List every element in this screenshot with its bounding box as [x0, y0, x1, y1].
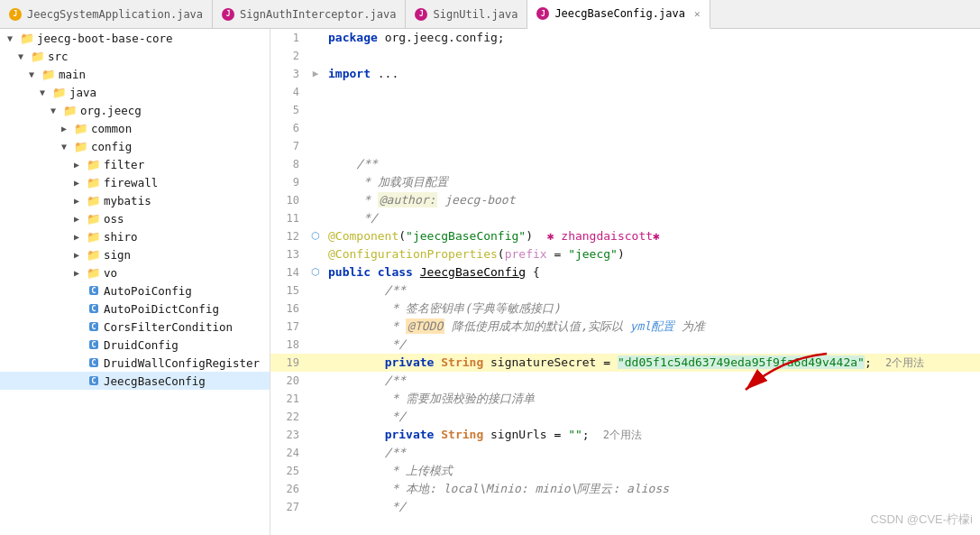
expand-arrow[interactable]: ▶: [74, 178, 87, 188]
line-content: * @TODO 降低使用成本加的默认值,实际以 yml配置 为准: [325, 318, 980, 336]
tree-item-DruidConfig[interactable]: C DruidConfig: [0, 336, 270, 354]
tab-label: JeecgBaseConfig.java: [554, 7, 685, 20]
line-content: import ...: [325, 65, 980, 83]
gutter: [307, 318, 325, 336]
java-icon: J: [415, 8, 427, 21]
tree-label: oss: [104, 212, 124, 226]
line-number: 17: [270, 318, 307, 336]
tab-SignAuthInterceptor[interactable]: J SignAuthInterceptor.java: [213, 0, 406, 28]
gutter: [307, 408, 325, 426]
tree-item-DruidWallConfigRegister[interactable]: C DruidWallConfigRegister: [0, 354, 270, 372]
line-number: 3: [270, 65, 307, 83]
expand-arrow[interactable]: ▼: [40, 88, 52, 97]
tree-label: shiro: [104, 230, 138, 244]
folder-icon: 📁: [31, 49, 45, 63]
expand-arrow[interactable]: ▶: [74, 160, 87, 170]
line-content: /**: [325, 155, 980, 173]
line-content: package org.jeecg.config;: [325, 29, 980, 47]
tab-JeecgBaseConfig[interactable]: J JeecgBaseConfig.java ✕: [527, 0, 710, 29]
line-number: 2: [270, 47, 307, 65]
tree-item-AutoPoiConfig[interactable]: C AutoPoiConfig: [0, 281, 270, 300]
code-editor[interactable]: 1 package org.jeecg.config; 2 3 ▶ import…: [270, 29, 980, 535]
line-content: * 上传模式: [325, 462, 980, 480]
expand-arrow[interactable]: ▼: [7, 33, 20, 43]
line-content: /**: [325, 372, 980, 390]
folder-icon: 📁: [74, 121, 88, 135]
tab-label: SignAuthInterceptor.java: [240, 8, 396, 21]
line-number: 6: [270, 119, 307, 137]
line-content: [325, 137, 980, 155]
tree-item-oss[interactable]: ▶ 📁 oss: [0, 209, 270, 227]
expand-arrow[interactable]: ▼: [18, 51, 31, 61]
expand-arrow[interactable]: ▶: [74, 250, 87, 260]
line-number: 7: [270, 137, 307, 155]
tree-item-common[interactable]: ▶ 📁 common: [0, 119, 270, 137]
tab-JeecgSystemApplication[interactable]: J JeecgSystemApplication.java: [0, 0, 213, 28]
tree-item-firewall[interactable]: ▶ 📁 firewall: [0, 173, 270, 191]
line-content: @ConfigurationProperties(prefix = "jeecg…: [325, 245, 980, 263]
code-line-6: 6: [270, 119, 980, 137]
code-line-2: 2: [270, 47, 980, 65]
class-icon: C: [87, 337, 101, 352]
line-number: 9: [270, 173, 307, 191]
expand-arrow[interactable]: ▶: [74, 214, 87, 224]
line-content: @Component("jeecgBaseConfig") ✱ zhangdai…: [325, 227, 980, 245]
code-line-19: 19 private String signatureSecret = "dd0…: [270, 354, 980, 372]
expand-arrow[interactable]: ▼: [29, 69, 41, 79]
gutter: [307, 354, 325, 372]
line-content: * 加载项目配置: [325, 173, 980, 191]
code-line-4: 4: [270, 83, 980, 101]
gutter: [307, 498, 325, 516]
expand-arrow[interactable]: ▶: [74, 232, 87, 242]
tree-item-vo[interactable]: ▶ 📁 vo: [0, 263, 270, 281]
tree-label: firewall: [104, 176, 158, 189]
tree-item-sign[interactable]: ▶ 📁 sign: [0, 245, 270, 263]
tab-SignUtil[interactable]: J SignUtil.java: [406, 0, 527, 28]
tree-item-main[interactable]: ▼ 📁 main: [0, 65, 270, 83]
line-content: */: [325, 408, 980, 426]
gutter: [307, 47, 325, 65]
code-line-22: 22 */: [270, 408, 980, 426]
code-line-20: 20 /**: [270, 372, 980, 390]
tree-label: AutoPoiConfig: [104, 284, 192, 298]
expand-arrow[interactable]: ▶: [74, 196, 87, 206]
line-content: /**: [325, 444, 980, 462]
tree-item-root[interactable]: ▼ 📁 jeecg-boot-base-core: [0, 29, 270, 47]
tree-label: AutoPoiDictConfig: [104, 302, 219, 316]
folder-icon: 📁: [74, 139, 88, 153]
expand-arrow[interactable]: ▶: [61, 124, 74, 134]
line-number: 26: [270, 480, 307, 498]
tree-label: src: [48, 50, 69, 63]
code-line-7: 7: [270, 137, 980, 155]
line-content: */: [325, 209, 980, 227]
line-number: 19: [270, 354, 307, 372]
code-line-25: 25 * 上传模式: [270, 462, 980, 480]
tree-item-shiro[interactable]: ▶ 📁 shiro: [0, 227, 270, 245]
tree-item-mybatis[interactable]: ▶ 📁 mybatis: [0, 191, 270, 209]
tree-item-CorsFilterCondition[interactable]: C CorsFilterCondition: [0, 318, 270, 336]
tree-item-src[interactable]: ▼ 📁 src: [0, 47, 270, 65]
gutter: [307, 191, 325, 209]
tree-label: java: [69, 86, 96, 99]
gutter: ⬡: [307, 227, 325, 245]
tree-item-AutoPoiDictConfig[interactable]: C AutoPoiDictConfig: [0, 300, 270, 318]
close-tab-button[interactable]: ✕: [694, 8, 701, 20]
line-number: 10: [270, 191, 307, 209]
tree-item-java[interactable]: ▼ 📁 java: [0, 83, 270, 101]
tree-item-org-jeecg[interactable]: ▼ 📁 org.jeecg: [0, 101, 270, 119]
line-content: [325, 83, 980, 101]
line-content: private String signUrls = ""; 2个用法: [325, 426, 980, 444]
watermark: CSDN @CVE-柠檬i: [870, 512, 973, 528]
tree-item-config[interactable]: ▼ 📁 config: [0, 137, 270, 155]
line-content: /**: [325, 281, 980, 300]
expand-arrow[interactable]: ▶: [74, 268, 87, 278]
line-content: * 签名密钥串(字典等敏感接口): [325, 300, 980, 318]
tree-item-JeecgBaseConfig[interactable]: C JeecgBaseConfig: [0, 372, 270, 390]
folder-icon: 📁: [41, 67, 56, 81]
line-number: 22: [270, 408, 307, 426]
line-number: 20: [270, 372, 307, 390]
expand-arrow[interactable]: ▼: [50, 106, 63, 115]
tree-label: jeecg-boot-base-core: [37, 32, 173, 45]
expand-arrow[interactable]: ▼: [61, 142, 74, 152]
tree-item-filter[interactable]: ▶ 📁 filter: [0, 155, 270, 173]
